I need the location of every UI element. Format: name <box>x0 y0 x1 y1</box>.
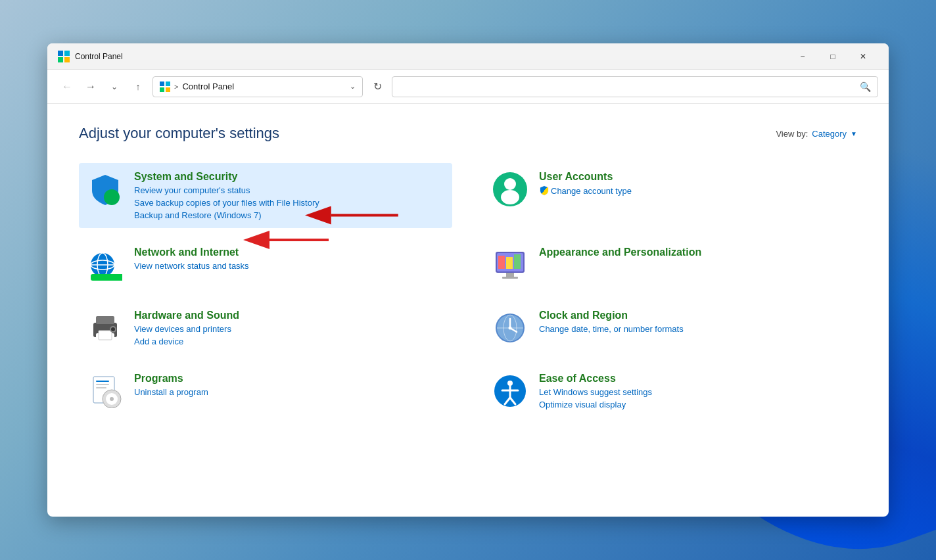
svg-rect-41 <box>96 384 109 385</box>
category-programs: Programs Uninstall a program <box>79 365 452 417</box>
uac-shield-icon <box>539 185 550 196</box>
maximize-button[interactable]: □ <box>818 46 848 67</box>
svg-rect-26 <box>96 316 114 324</box>
svg-rect-40 <box>96 381 109 382</box>
categories-grid: System and Security Review your computer… <box>79 163 857 417</box>
breadcrumb-bar: > Control Panel ⌄ <box>152 76 363 97</box>
svg-point-45 <box>110 397 114 401</box>
view-by-chevron-icon[interactable]: ▼ <box>851 130 857 137</box>
add-device-link[interactable]: Add a device <box>134 337 239 346</box>
system-security-title[interactable]: System and Security <box>134 171 319 183</box>
category-system-security: System and Security Review your computer… <box>79 163 452 228</box>
window-title: Control Panel <box>75 52 787 61</box>
search-box[interactable]: 🔍 <box>392 76 878 97</box>
refresh-button[interactable]: ↻ <box>368 78 386 96</box>
svg-rect-42 <box>96 387 106 388</box>
clock-region-text: Clock and Region Change date, time, or n… <box>539 310 684 334</box>
review-status-link[interactable]: Review your computer's status <box>134 185 319 195</box>
svg-rect-3 <box>64 57 70 62</box>
svg-rect-1 <box>64 51 70 56</box>
ease-of-access-title[interactable]: Ease of Access <box>539 373 652 385</box>
content-header: Adjust your computer's settings View by:… <box>79 125 857 142</box>
appearance-icon <box>492 246 528 283</box>
hardware-sound-title[interactable]: Hardware and Sound <box>134 310 239 321</box>
uninstall-link[interactable]: Uninstall a program <box>134 387 208 397</box>
category-ease-of-access: Ease of Access Let Windows suggest setti… <box>484 365 857 417</box>
system-security-icon <box>87 171 124 208</box>
up-button[interactable]: ↑ <box>129 78 147 96</box>
breadcrumb-cp-icon <box>160 82 170 92</box>
back-arrow-icon: ← <box>62 81 72 93</box>
network-internet-icon <box>87 246 124 283</box>
view-by-control: View by: Category ▼ <box>776 129 857 139</box>
network-status-link[interactable]: View network status and tasks <box>134 261 249 271</box>
svg-rect-24 <box>502 277 518 279</box>
breadcrumb-label[interactable]: Control Panel <box>182 82 234 91</box>
svg-rect-20 <box>498 256 505 269</box>
address-bar: ← → ⌄ ↑ > Control Panel ⌄ ↻ 🔍 <box>47 70 889 104</box>
devices-printers-link[interactable]: View devices and printers <box>134 324 239 334</box>
refresh-icon: ↻ <box>373 80 382 93</box>
view-by-value[interactable]: Category <box>812 129 847 139</box>
file-history-link[interactable]: Save backup copies of your files with Fi… <box>134 198 319 208</box>
svg-rect-5 <box>166 82 170 86</box>
svg-rect-23 <box>506 273 514 277</box>
category-clock-region: Clock and Region Change date, time, or n… <box>484 302 857 354</box>
svg-rect-4 <box>160 82 164 86</box>
window-controls: − □ ✕ <box>787 46 878 67</box>
appearance-text: Appearance and Personalization <box>539 246 701 258</box>
date-time-link[interactable]: Change date, time, or number formats <box>539 324 684 334</box>
svg-rect-2 <box>58 57 63 62</box>
hardware-sound-icon <box>87 310 124 346</box>
programs-icon <box>87 373 124 409</box>
network-internet-title[interactable]: Network and Internet <box>134 246 249 258</box>
appearance-title[interactable]: Appearance and Personalization <box>539 246 701 258</box>
svg-point-9 <box>105 196 113 204</box>
ease-of-access-text: Ease of Access Let Windows suggest setti… <box>539 373 652 409</box>
main-content: Adjust your computer's settings View by:… <box>47 104 889 517</box>
clock-region-icon <box>492 310 528 346</box>
svg-rect-6 <box>160 87 164 92</box>
programs-text: Programs Uninstall a program <box>134 373 208 397</box>
breadcrumb-separator: > <box>174 83 178 91</box>
user-accounts-title[interactable]: User Accounts <box>539 171 632 183</box>
network-internet-text: Network and Internet View network status… <box>134 246 249 271</box>
ease-of-access-icon <box>492 373 528 409</box>
dropdown-icon: ⌄ <box>111 82 118 91</box>
title-bar: Control Panel − □ ✕ <box>47 43 889 70</box>
up-arrow-icon: ↑ <box>136 82 141 92</box>
programs-title[interactable]: Programs <box>134 373 208 385</box>
control-panel-window: Control Panel − □ ✕ ← → ⌄ ↑ > <box>47 43 889 517</box>
user-accounts-text: User Accounts <box>539 171 632 196</box>
close-button[interactable]: ✕ <box>848 46 878 67</box>
category-hardware-sound: Hardware and Sound View devices and prin… <box>79 302 452 354</box>
forward-button[interactable]: → <box>82 78 100 96</box>
svg-point-12 <box>501 190 519 204</box>
windows-suggest-link[interactable]: Let Windows suggest settings <box>539 387 652 397</box>
minimize-button[interactable]: − <box>787 46 818 67</box>
dropdown-button[interactable]: ⌄ <box>105 78 124 96</box>
svg-rect-22 <box>514 254 521 269</box>
svg-rect-28 <box>99 331 112 340</box>
svg-rect-0 <box>58 51 63 56</box>
search-icon: 🔍 <box>860 82 871 92</box>
visual-display-link[interactable]: Optimize visual display <box>539 400 652 409</box>
view-by-label: View by: <box>776 129 808 139</box>
category-user-accounts: User Accounts <box>484 163 857 228</box>
control-panel-titlebar-icon <box>58 51 70 62</box>
clock-region-title[interactable]: Clock and Region <box>539 310 684 321</box>
category-appearance: Appearance and Personalization <box>484 239 857 291</box>
user-accounts-icon <box>492 171 528 208</box>
svg-rect-7 <box>166 87 170 92</box>
forward-arrow-icon: → <box>85 81 96 93</box>
back-button[interactable]: ← <box>58 78 76 96</box>
system-security-text: System and Security Review your computer… <box>134 171 319 220</box>
backup-restore-link[interactable]: Backup and Restore (Windows 7) <box>134 210 319 220</box>
category-network-internet: Network and Internet View network status… <box>79 239 452 291</box>
hardware-sound-text: Hardware and Sound View devices and prin… <box>134 310 239 346</box>
svg-point-30 <box>111 327 115 331</box>
change-account-type-link[interactable]: Change account type <box>551 186 632 196</box>
breadcrumb-chevron-icon[interactable]: ⌄ <box>350 82 356 91</box>
svg-rect-17 <box>91 274 122 281</box>
svg-rect-21 <box>506 257 513 269</box>
